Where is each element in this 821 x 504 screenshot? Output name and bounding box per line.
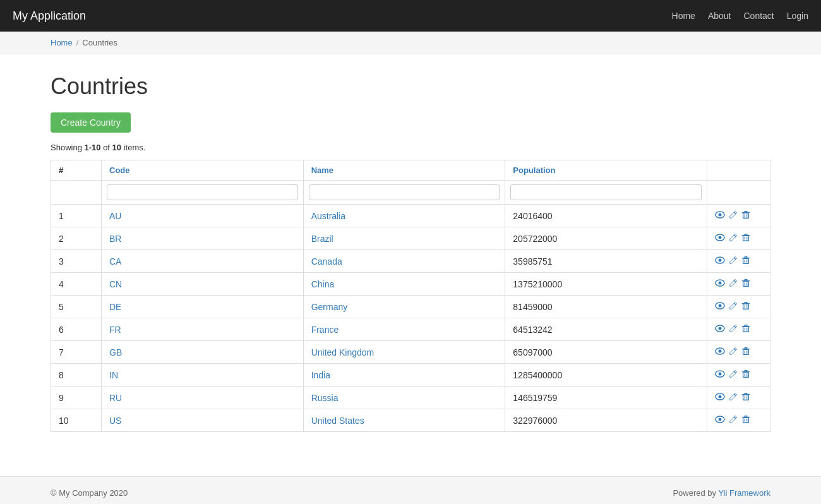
- nav-about[interactable]: About: [708, 11, 731, 21]
- view-icon[interactable]: [715, 255, 725, 267]
- delete-icon[interactable]: [741, 279, 750, 289]
- action-icons: [715, 278, 762, 290]
- filter-name-cell: [303, 181, 505, 205]
- cell-id: 2: [51, 227, 102, 250]
- main-content: Countries Create Country Showing 1-10 of…: [0, 54, 821, 451]
- cell-code: DE: [102, 296, 304, 318]
- cell-actions: [707, 227, 770, 250]
- delete-icon[interactable]: [741, 392, 750, 403]
- action-icons: [715, 323, 762, 335]
- name-link[interactable]: France: [311, 325, 339, 335]
- code-link[interactable]: US: [109, 416, 121, 426]
- delete-icon[interactable]: [741, 324, 750, 335]
- view-icon[interactable]: [715, 414, 725, 426]
- delete-icon[interactable]: [741, 210, 750, 221]
- svg-rect-5: [743, 236, 749, 241]
- svg-rect-23: [743, 372, 749, 377]
- code-link[interactable]: AU: [109, 211, 121, 221]
- nav-contact[interactable]: Contact: [743, 11, 774, 21]
- code-link[interactable]: CA: [109, 256, 121, 267]
- view-icon[interactable]: [715, 369, 725, 381]
- filter-population-input[interactable]: [510, 184, 702, 200]
- svg-point-22: [719, 373, 722, 376]
- delete-icon[interactable]: [741, 347, 750, 357]
- cell-actions: [707, 273, 770, 296]
- name-link[interactable]: Russia: [311, 393, 339, 403]
- code-link[interactable]: RU: [109, 393, 122, 403]
- name-link[interactable]: United Kingdom: [311, 347, 375, 357]
- edit-icon[interactable]: [729, 256, 738, 267]
- name-link[interactable]: India: [311, 370, 330, 380]
- edit-icon[interactable]: [729, 369, 738, 380]
- svg-rect-8: [743, 258, 749, 263]
- code-link[interactable]: IN: [109, 370, 118, 380]
- cell-actions: [707, 364, 770, 387]
- showing-range: 1-10: [84, 143, 100, 152]
- table-row: 4 CN China 1375210000: [51, 273, 770, 296]
- col-header-code[interactable]: Code: [102, 160, 304, 181]
- name-link[interactable]: United States: [311, 416, 364, 426]
- delete-icon[interactable]: [741, 256, 750, 267]
- col-header-hash: #: [51, 160, 102, 181]
- edit-icon[interactable]: [729, 324, 738, 335]
- navbar-brand[interactable]: My Application: [13, 9, 86, 23]
- col-header-name[interactable]: Name: [303, 160, 505, 181]
- view-icon[interactable]: [715, 346, 725, 358]
- breadcrumb: Home / Countries: [51, 38, 770, 47]
- name-link[interactable]: Germany: [311, 302, 348, 312]
- table-row: 8 IN India 1285400000: [51, 364, 770, 387]
- delete-icon[interactable]: [741, 415, 750, 426]
- name-link[interactable]: Canada: [311, 256, 342, 267]
- code-link[interactable]: DE: [109, 302, 121, 312]
- svg-rect-2: [743, 213, 749, 218]
- footer-framework-link[interactable]: Yii Framework: [718, 488, 770, 498]
- view-icon[interactable]: [715, 323, 725, 335]
- edit-icon[interactable]: [729, 279, 738, 289]
- create-country-button[interactable]: Create Country: [51, 112, 131, 133]
- delete-icon[interactable]: [741, 301, 750, 312]
- cell-code: IN: [102, 364, 304, 387]
- view-icon[interactable]: [715, 392, 725, 404]
- action-icons: [715, 210, 762, 222]
- breadcrumb-home[interactable]: Home: [51, 38, 73, 47]
- footer: © My Company 2020 Powered by Yii Framewo…: [0, 476, 821, 504]
- name-link[interactable]: Brazil: [311, 234, 333, 244]
- footer-copyright: © My Company 2020: [51, 488, 128, 498]
- nav-home[interactable]: Home: [672, 11, 695, 21]
- code-link[interactable]: GB: [109, 347, 122, 357]
- cell-name: France: [303, 318, 505, 341]
- filter-name-input[interactable]: [309, 184, 500, 200]
- cell-id: 9: [51, 387, 102, 409]
- name-link[interactable]: Australia: [311, 211, 345, 221]
- breadcrumb-current: Countries: [82, 38, 117, 47]
- action-icons: [715, 255, 762, 267]
- nav-login[interactable]: Login: [787, 11, 808, 21]
- action-icons: [715, 232, 762, 244]
- edit-icon[interactable]: [729, 233, 738, 244]
- edit-icon[interactable]: [729, 301, 738, 312]
- edit-icon[interactable]: [729, 347, 738, 357]
- name-link[interactable]: China: [311, 279, 335, 289]
- view-icon[interactable]: [715, 278, 725, 290]
- edit-icon[interactable]: [729, 392, 738, 403]
- view-icon[interactable]: [715, 210, 725, 222]
- cell-name: China: [303, 273, 505, 296]
- edit-icon[interactable]: [729, 210, 738, 221]
- view-icon[interactable]: [715, 301, 725, 313]
- view-icon[interactable]: [715, 232, 725, 244]
- code-link[interactable]: FR: [109, 325, 121, 335]
- cell-actions: [707, 318, 770, 341]
- table-row: 3 CA Canada 35985751: [51, 250, 770, 273]
- delete-icon[interactable]: [741, 369, 750, 380]
- filter-code-input[interactable]: [107, 184, 298, 200]
- cell-id: 5: [51, 296, 102, 318]
- table-row: 9 RU Russia 146519759: [51, 387, 770, 409]
- delete-icon[interactable]: [741, 233, 750, 244]
- edit-icon[interactable]: [729, 415, 738, 426]
- col-header-population[interactable]: Population: [505, 160, 707, 181]
- code-link[interactable]: CN: [109, 279, 122, 289]
- cell-actions: [707, 205, 770, 227]
- code-link[interactable]: BR: [109, 234, 121, 244]
- footer-powered-label: Powered by: [673, 488, 718, 498]
- cell-code: CN: [102, 273, 304, 296]
